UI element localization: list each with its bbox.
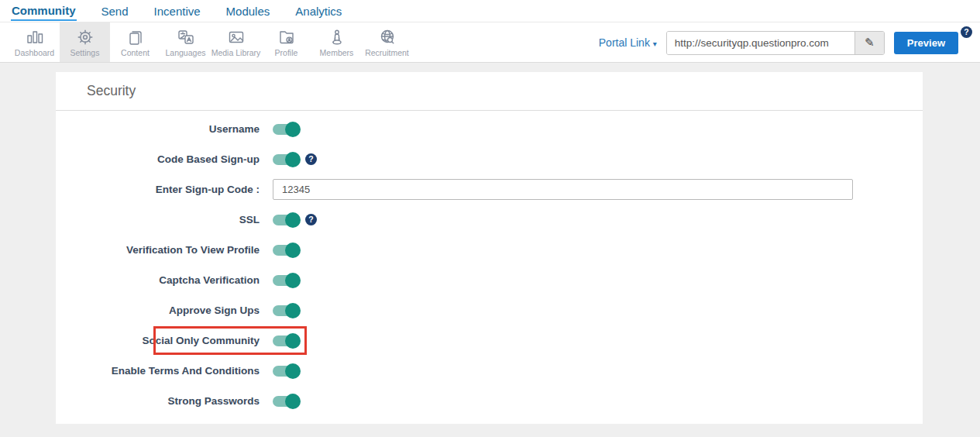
tool-label: Settings [70,48,100,57]
help-icon[interactable]: ? [305,214,317,225]
toolbar: Dashboard Settings Con [0,22,980,63]
setting-row-approve-sign-ups: Approve Sign Ups [56,295,923,325]
setting-label: Strong Passwords [56,395,260,407]
tool-dashboard[interactable]: Dashboard [9,22,60,62]
tool-media-library[interactable]: Media Library [211,22,261,62]
tool-languages[interactable]: Languages [160,22,211,62]
image-icon [226,27,246,47]
security-settings-card: Security Username Code Based Sign-up ? E… [56,72,923,424]
globe-search-icon [377,27,397,47]
gear-icon [75,27,95,47]
signup-code-input[interactable] [273,179,853,200]
translate-icon [176,27,196,47]
setting-row-signup-code: Enter Sign-up Code : [56,174,923,205]
tool-label: Members [320,48,354,57]
setting-row-username: Username [56,114,923,144]
settings-rows: Username Code Based Sign-up ? Enter Sign… [56,111,923,416]
chevron-down-icon: ▾ [653,40,657,48]
setting-label: Code Based Sign-up [56,153,260,165]
pages-icon [126,27,146,47]
enable-terms-and-conditions-toggle[interactable] [273,366,299,377]
tool-profile[interactable]: Profile [261,22,311,62]
setting-row-strong-passwords: Strong Passwords [56,386,923,416]
setting-row-code-based-signup: Code Based Sign-up ? [56,144,923,174]
setting-label: Social Only Community [56,335,260,346]
code-based-signup-toggle[interactable] [273,154,299,165]
help-icon[interactable]: ? [305,153,317,165]
approve-sign-ups-toggle[interactable] [273,305,299,316]
setting-label: Approve Sign Ups [56,305,260,316]
pencil-icon: ✎ [865,36,875,50]
verification-to-view-profile-toggle[interactable] [273,245,299,256]
setting-row-enable-terms-and-conditions: Enable Terms And Conditions [56,356,923,386]
setting-label: Username [56,123,260,135]
setting-row-verification-to-view-profile: Verification To View Profile [56,235,923,265]
strong-passwords-toggle[interactable] [273,396,299,407]
edit-url-button[interactable]: ✎ [854,32,884,54]
captcha-verification-toggle[interactable] [273,275,299,286]
username-toggle[interactable] [273,124,299,135]
nav-item-incentive[interactable]: Incentive [153,2,201,20]
portal-link-dropdown[interactable]: Portal Link ▾ [599,36,657,49]
preview-button[interactable]: Preview [894,32,958,54]
page-title: Security [56,72,923,111]
portal-url-input[interactable] [667,32,854,54]
tool-label: Recruitment [365,48,409,57]
setting-label: Enter Sign-up Code : [56,184,260,195]
setting-label: Verification To View Profile [56,244,260,256]
nav-item-community[interactable]: Community [11,2,77,21]
setting-label: Captcha Verification [56,274,260,286]
setting-row-social-only-community: Social Only Community [56,325,923,356]
portal-url-group: ✎ [666,31,885,55]
social-only-community-toggle[interactable] [273,335,299,346]
setting-label: SSL [56,214,260,225]
tool-settings[interactable]: Settings [60,22,110,62]
bar-chart-icon [25,27,45,47]
tool-label: Media Library [211,48,261,57]
profile-folder-icon [277,27,297,47]
tool-members[interactable]: Members [311,22,362,62]
portal-area: Portal Link ▾ ✎ Preview [599,22,958,63]
tool-content[interactable]: Content [110,22,160,62]
ssl-toggle[interactable] [273,215,299,225]
tool-label: Languages [166,48,206,57]
setting-label: Enable Terms And Conditions [56,365,260,377]
top-nav: Community Send Incentive Modules Analyti… [0,0,980,22]
tool-recruitment[interactable]: Recruitment [362,22,412,62]
tool-label: Dashboard [15,48,54,57]
nav-item-modules[interactable]: Modules [225,2,271,20]
nav-item-send[interactable]: Send [101,2,129,20]
tool-label: Profile [275,48,298,57]
tool-label: Content [121,48,150,57]
person-icon [327,27,347,47]
help-icon[interactable]: ? [961,26,972,38]
nav-item-analytics[interactable]: Analytics [294,2,342,20]
setting-row-ssl: SSL ? [56,205,923,235]
setting-row-captcha-verification: Captcha Verification [56,265,923,295]
